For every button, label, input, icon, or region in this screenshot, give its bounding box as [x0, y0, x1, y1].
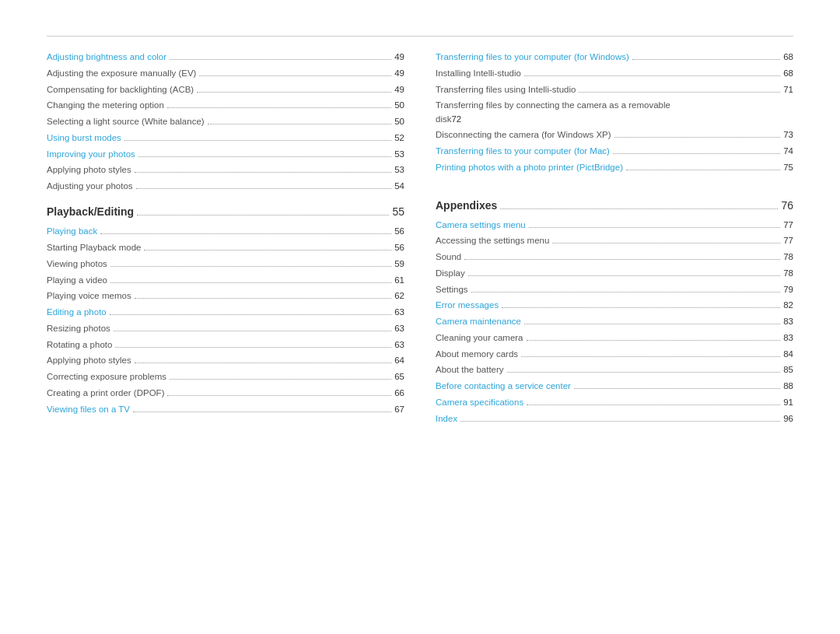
toc-entry: Accessing the settings menu77 [436, 234, 793, 247]
page-num: 67 [394, 403, 404, 416]
toc-entry: Disconnecting the camera (for Windows XP… [436, 128, 793, 142]
toc-entry[interactable]: Editing a photo63 [47, 306, 404, 319]
dots [460, 421, 780, 422]
page-num: 52 [394, 131, 404, 145]
toc-entry[interactable]: Camera maintenance83 [436, 315, 793, 328]
entry-text: Printing photos with a photo printer (Pi… [436, 161, 623, 174]
entry-text: Changing the metering option [47, 99, 164, 112]
entry-text: Applying photo styles [47, 163, 131, 177]
page-num: 49 [394, 51, 404, 64]
toc-entry[interactable]: Transferring files to your computer (for… [436, 51, 793, 64]
page-num: 88 [783, 380, 793, 393]
entry-text: Creating a print order (DPOF) [47, 387, 164, 400]
page-num: 68 [783, 51, 793, 64]
entry-text: Editing a photo [47, 306, 107, 319]
dots [552, 243, 780, 243]
entry-text: Correcting exposure problems [47, 370, 166, 384]
toc-entry: Resizing photos63 [47, 322, 404, 335]
page-num: 78 [783, 267, 793, 280]
toc-entry[interactable]: Error messages82 [436, 299, 793, 312]
dots [632, 59, 780, 60]
dots [502, 307, 780, 308]
toc-entry[interactable]: Using burst modes52 [47, 131, 404, 145]
toc-entry: Display78 [436, 267, 793, 280]
dots [524, 75, 780, 76]
toc-entry: Creating a print order (DPOF)66 [47, 387, 404, 400]
toc-entry[interactable]: Index96 [436, 412, 793, 426]
toc-entry[interactable]: Camera specifications91 [436, 396, 793, 409]
toc-entry: Compensating for backlighting (ACB)49 [47, 83, 404, 96]
dots [114, 331, 391, 331]
toc-entry[interactable]: Viewing files on a TV67 [47, 403, 404, 416]
toc-entry[interactable]: Playing back56 [47, 225, 404, 238]
entry-text: About the battery [436, 363, 504, 377]
toc-entry: Changing the metering option50 [47, 99, 404, 112]
toc-entry: Selecting a light source (White balance)… [47, 115, 404, 128]
dots [614, 137, 781, 138]
dots [471, 292, 781, 292]
dots [110, 314, 391, 315]
entry-text: Index [436, 412, 457, 426]
entry-text: Accessing the settings menu [436, 234, 549, 247]
dots [135, 363, 392, 363]
dots [507, 372, 781, 373]
dots [138, 156, 391, 157]
dots [100, 233, 391, 234]
page-num: 83 [783, 315, 793, 328]
entry-text: Starting Playback mode [47, 241, 141, 254]
page-num: 63 [394, 306, 404, 319]
page-num: 74 [783, 145, 793, 158]
toc-entry: Transferring files by connecting the cam… [436, 99, 793, 126]
page-num: 59 [394, 257, 404, 271]
entry-text: Playing voice memos [47, 289, 131, 303]
entry-text: Playing back [47, 225, 97, 238]
dots [527, 340, 781, 341]
page-num: 56 [394, 241, 404, 254]
toc-entry: Playing voice memos62 [47, 289, 404, 303]
entry-text: Applying photo styles [47, 354, 131, 367]
page-num: 63 [394, 322, 404, 335]
dots [579, 92, 780, 93]
entry-text: Transferring files using Intelli-studio [436, 83, 576, 96]
dots [144, 250, 391, 250]
page-num: 76 [781, 198, 793, 214]
section-title: Appendixes [436, 198, 497, 214]
page-num: 96 [783, 412, 793, 426]
toc-entry: Applying photo styles53 [47, 163, 404, 177]
dots [115, 347, 391, 348]
page-num: 50 [394, 99, 404, 112]
header [47, 31, 793, 37]
toc-entry[interactable]: Before contacting a service center88 [436, 380, 793, 393]
dots [135, 298, 392, 299]
dots [170, 59, 391, 60]
page-num: 79 [783, 283, 793, 296]
entry-text: Cleaning your camera [436, 331, 523, 345]
page-num: 84 [783, 348, 793, 361]
entry-text-cont: disk [436, 113, 451, 126]
dots [136, 188, 392, 189]
entry-text: About memory cards [436, 348, 518, 361]
toc-entry[interactable]: Improving your photos53 [47, 148, 404, 161]
toc-entry: Adjusting your photos54 [47, 180, 404, 193]
toc-entry[interactable]: Printing photos with a photo printer (Pi… [436, 161, 793, 174]
toc-entry: Transferring files using Intelli-studio7… [436, 83, 793, 96]
entry-text: Compensating for backlighting (ACB) [47, 83, 194, 96]
entry-text: Viewing photos [47, 257, 107, 271]
toc-entry[interactable]: Adjusting brightness and color49 [47, 51, 404, 64]
toc-entry[interactable]: Camera settings menu77 [436, 219, 793, 232]
dots [167, 395, 391, 396]
toc-entry: About memory cards84 [436, 348, 793, 361]
dots [500, 208, 778, 209]
page-num: 75 [783, 161, 793, 174]
toc-entry: Applying photo styles64 [47, 354, 404, 367]
page-num: 82 [783, 299, 793, 312]
page-num: 53 [394, 148, 404, 161]
toc-entry: Starting Playback mode56 [47, 241, 404, 254]
dots [521, 356, 780, 357]
entry-text: Viewing files on a TV [47, 403, 130, 416]
toc-entry[interactable]: Transferring files to your computer (for… [436, 145, 793, 158]
page-num: 73 [783, 128, 793, 142]
section-title: Playback/Editing [47, 204, 134, 220]
toc-entry: Settings79 [436, 283, 793, 296]
entry-text: Adjusting your photos [47, 180, 133, 193]
